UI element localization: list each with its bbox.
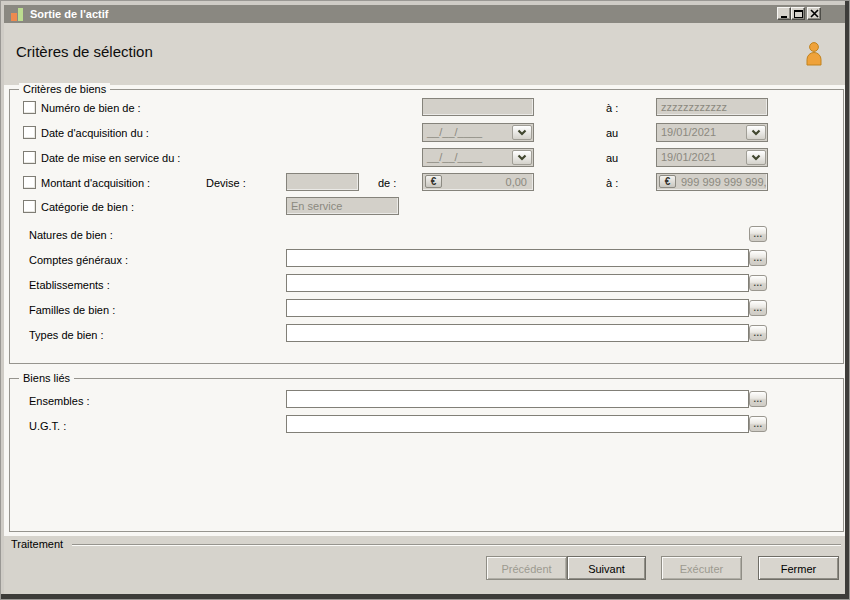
chevron-down-icon xyxy=(746,150,766,165)
checkbox-date-mise-en-service[interactable] xyxy=(23,151,36,164)
label-familles-de-bien: Familles de bien : xyxy=(29,303,115,317)
checkbox-montant-acquisition[interactable] xyxy=(23,176,36,189)
browse-ensembles-button[interactable]: ... xyxy=(749,391,767,407)
input-montant-a: € 999 999 999 999, xyxy=(656,173,768,191)
chevron-down-icon xyxy=(512,125,532,140)
window-title: Sortie de l'actif xyxy=(30,5,108,23)
title-bar[interactable]: Sortie de l'actif xyxy=(4,5,847,23)
combo-date-service-du: __/__/____ xyxy=(422,148,534,167)
input-familles-de-bien[interactable] xyxy=(286,299,749,317)
checkbox-date-acquisition[interactable] xyxy=(23,126,36,139)
label-date-acquisition: Date d'acquisition du : xyxy=(41,126,149,140)
label-natures-de-bien: Natures de bien : xyxy=(29,228,113,242)
label-montant-a: à : xyxy=(606,176,618,190)
app-icon xyxy=(10,7,24,21)
browse-ugt-button[interactable]: ... xyxy=(749,416,767,432)
label-montant-acquisition: Montant d'acquisition : xyxy=(41,176,150,190)
input-comptes-generaux[interactable] xyxy=(286,249,749,267)
close-icon xyxy=(810,9,819,18)
label-date-mise-en-service: Date de mise en service du : xyxy=(41,151,180,165)
minimize-icon xyxy=(780,9,789,18)
form-area: Critères de biens Numéro de bien de : à … xyxy=(4,85,847,536)
label-ugt: U.G.T. : xyxy=(29,419,66,433)
execute-button: Exécuter xyxy=(661,556,742,580)
label-types-de-bien: Types de bien : xyxy=(29,328,104,342)
combo-date-service-au: 19/01/2021 xyxy=(656,148,768,167)
group-label-criteres: Critères de biens xyxy=(19,83,110,96)
window-edge-bottom xyxy=(1,594,849,599)
input-categorie-de-bien: En service xyxy=(286,197,399,215)
browse-types-button[interactable]: ... xyxy=(749,325,767,341)
label-devise: Devise : xyxy=(206,176,246,190)
label-numero-a: à : xyxy=(606,101,618,115)
input-numero-de xyxy=(422,98,534,116)
label-service-au: au xyxy=(606,151,618,165)
window: Sortie de l'actif Critères de sélection … xyxy=(0,0,850,600)
traitement-divider xyxy=(72,544,841,545)
combo-date-acquisition-au: 19/01/2021 xyxy=(656,123,768,142)
maximize-button[interactable] xyxy=(791,7,805,20)
input-ensembles[interactable] xyxy=(286,390,749,408)
label-acquisition-au: au xyxy=(606,126,618,140)
close-button[interactable] xyxy=(807,7,821,20)
input-types-de-bien[interactable] xyxy=(286,324,749,342)
label-categorie-de-bien: Catégorie de bien : xyxy=(41,200,134,214)
browse-etablissements-button[interactable]: ... xyxy=(749,275,767,291)
traitement-label: Traitement xyxy=(11,538,63,550)
user-icon xyxy=(803,41,825,70)
browse-natures-button[interactable]: ... xyxy=(749,226,767,242)
maximize-icon xyxy=(794,9,803,18)
group-label-biens-lies: Biens liés xyxy=(19,372,74,385)
header: Critères de sélection xyxy=(4,23,847,85)
footer: Traitement Précédent Suivant Exécuter Fe… xyxy=(4,536,847,596)
combo-date-acquisition-du: __/__/____ xyxy=(422,123,534,142)
checkbox-numero-de-bien[interactable] xyxy=(23,101,36,114)
next-button[interactable]: Suivant xyxy=(567,556,646,580)
browse-comptes-button[interactable]: ... xyxy=(749,250,767,266)
page-title: Critères de sélection xyxy=(16,43,153,60)
euro-icon: € xyxy=(659,175,676,188)
window-edge-right xyxy=(845,1,849,599)
input-numero-a: zzzzzzzzzzzz xyxy=(656,98,768,116)
chevron-down-icon xyxy=(746,125,766,140)
close-dialog-button[interactable]: Fermer xyxy=(758,556,839,580)
previous-button: Précédent xyxy=(486,556,567,580)
label-comptes-generaux: Comptes généraux : xyxy=(29,253,128,267)
input-devise xyxy=(286,173,359,191)
chevron-down-icon xyxy=(512,150,532,165)
browse-familles-button[interactable]: ... xyxy=(749,300,767,316)
label-montant-de: de : xyxy=(378,176,396,190)
label-etablissements: Etablissements : xyxy=(29,278,110,292)
minimize-button[interactable] xyxy=(777,7,791,20)
checkbox-categorie-de-bien[interactable] xyxy=(23,200,36,213)
euro-icon: € xyxy=(425,175,442,188)
input-ugt[interactable] xyxy=(286,415,749,433)
input-etablissements[interactable] xyxy=(286,274,749,292)
input-montant-de: € 0,00 xyxy=(422,173,534,191)
label-numero-de-bien: Numéro de bien de : xyxy=(41,101,141,115)
label-ensembles: Ensembles : xyxy=(29,394,90,408)
